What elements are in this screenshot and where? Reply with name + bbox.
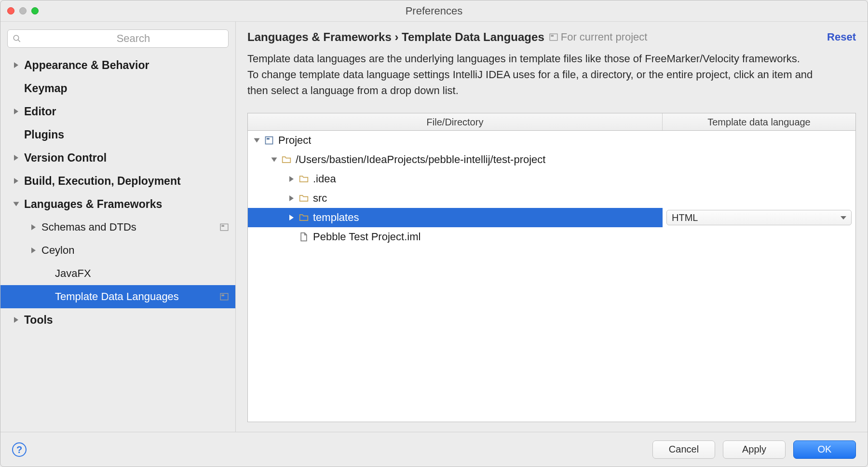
table-row[interactable]: src (248, 189, 855, 208)
footer: ? Cancel Apply OK (0, 432, 868, 467)
sidebar-item-keymap[interactable]: Keymap (0, 77, 235, 100)
main-panel: Languages & Frameworks › Template Data L… (236, 22, 868, 432)
chevron-down-icon[interactable] (14, 202, 19, 206)
language-value: HTML (672, 212, 698, 223)
sidebar-item-appearance-behavior[interactable]: Appearance & Behavior (0, 54, 235, 77)
sidebar-item-editor[interactable]: Editor (0, 100, 235, 123)
maximize-icon[interactable] (31, 7, 39, 14)
sidebar-item-schemas-and-dtds[interactable]: Schemas and DTDs (0, 216, 235, 239)
table-row[interactable]: templatesHTML (248, 208, 855, 227)
chevron-right-icon[interactable] (31, 247, 36, 253)
file-label: Project (278, 134, 311, 147)
sidebar-item-label: Version Control (24, 151, 229, 165)
cancel-button[interactable]: Cancel (652, 440, 715, 459)
chevron-right-icon[interactable] (14, 62, 18, 68)
breadcrumb-current: Template Data Languages (402, 30, 544, 43)
sidebar-item-label: Ceylon (41, 244, 229, 257)
chevron-right-icon[interactable] (289, 176, 294, 182)
table-row[interactable]: Project (248, 131, 855, 150)
svg-rect-7 (551, 35, 554, 37)
svg-rect-9 (267, 138, 270, 139)
table-row[interactable]: /Users/bastien/IdeaProjects/pebble-intel… (248, 150, 855, 169)
window-title: Preferences (0, 5, 868, 17)
sidebar-item-label: Template Data Languages (55, 290, 220, 303)
chevron-down-icon[interactable] (271, 158, 277, 162)
svg-rect-3 (221, 225, 224, 227)
table-body: Project/Users/bastien/IdeaProjects/pebbl… (248, 131, 855, 422)
svg-point-0 (14, 35, 19, 41)
sidebar-item-tools[interactable]: Tools (0, 308, 235, 331)
table-row[interactable]: .idea (248, 169, 855, 189)
chevron-right-icon[interactable] (289, 195, 294, 201)
sidebar-item-label: Languages & Frameworks (24, 198, 229, 211)
scope-label: For current project (549, 31, 648, 43)
language-dropdown[interactable]: HTML (666, 210, 852, 225)
sidebar-item-languages-frameworks[interactable]: Languages & Frameworks (0, 192, 235, 216)
svg-rect-6 (550, 34, 557, 41)
sidebar-item-template-data-languages[interactable]: Template Data Languages (0, 285, 235, 308)
chevron-right-icon[interactable] (14, 178, 18, 184)
search-icon (13, 34, 21, 43)
breadcrumb: Languages & Frameworks › Template Data L… (247, 30, 544, 44)
sidebar-item-javafx[interactable]: JavaFX (0, 262, 235, 285)
help-button[interactable]: ? (12, 442, 27, 457)
col-file-directory: File/Directory (248, 113, 663, 130)
file-icon (298, 232, 309, 242)
sidebar-item-build-execution-deployment[interactable]: Build, Execution, Deployment (0, 169, 235, 192)
project-scope-icon (220, 292, 229, 301)
chevron-down-icon (841, 216, 846, 220)
table-header: File/Directory Template data language (248, 113, 855, 131)
file-label: Pebble Test Project.iml (313, 231, 420, 243)
sidebar-item-plugins[interactable]: Plugins (0, 123, 235, 146)
project-scope-icon (220, 223, 229, 232)
file-language-table: File/Directory Template data language Pr… (247, 113, 856, 422)
traffic-lights (0, 7, 39, 14)
svg-line-1 (18, 40, 20, 42)
svg-rect-8 (266, 137, 273, 144)
search-input[interactable] (43, 32, 223, 45)
search-field[interactable] (7, 29, 229, 48)
sidebar-item-label: Plugins (24, 128, 229, 141)
settings-tree: Appearance & BehaviorKeymapEditorPlugins… (0, 54, 235, 432)
sidebar: Appearance & BehaviorKeymapEditorPlugins… (0, 22, 236, 432)
project-scope-icon (549, 33, 558, 41)
col-template-language: Template data language (663, 113, 855, 130)
minimize-icon[interactable] (19, 7, 27, 14)
description-text: Template data languages are the underlyi… (247, 51, 826, 98)
file-label: src (313, 192, 327, 205)
folder-icon (281, 155, 292, 165)
chevron-right-icon[interactable] (289, 215, 294, 220)
chevron-right-icon[interactable] (14, 155, 18, 161)
folder-icon (298, 193, 309, 203)
sidebar-item-label: JavaFX (55, 267, 229, 280)
svg-rect-5 (221, 295, 224, 296)
close-icon[interactable] (7, 7, 14, 14)
file-label: templates (313, 211, 359, 224)
chevron-right-icon[interactable] (14, 317, 18, 323)
file-label: /Users/bastien/IdeaProjects/pebble-intel… (296, 153, 545, 166)
titlebar: Preferences (0, 0, 868, 22)
sidebar-item-label: Build, Execution, Deployment (24, 175, 229, 188)
file-label: .idea (313, 173, 336, 185)
apply-button[interactable]: Apply (723, 440, 786, 459)
sidebar-item-label: Appearance & Behavior (24, 59, 229, 72)
ok-button[interactable]: OK (793, 440, 856, 459)
chevron-down-icon[interactable] (254, 138, 260, 143)
svg-rect-4 (220, 293, 228, 300)
reset-link[interactable]: Reset (827, 31, 856, 43)
table-row[interactable]: Pebble Test Project.iml (248, 227, 855, 247)
sidebar-item-label: Tools (24, 314, 229, 327)
project-icon (264, 136, 274, 145)
sidebar-item-label: Editor (24, 105, 229, 118)
sidebar-item-label: Schemas and DTDs (41, 221, 220, 234)
folder-icon (298, 174, 309, 184)
preferences-window: Preferences Appearance & BehaviorKeymapE… (0, 0, 868, 467)
main-header: Languages & Frameworks › Template Data L… (247, 30, 856, 44)
chevron-right-icon[interactable] (14, 109, 18, 114)
chevron-right-icon[interactable] (31, 224, 36, 230)
breadcrumb-parent: Languages & Frameworks (247, 30, 392, 43)
sidebar-item-version-control[interactable]: Version Control (0, 146, 235, 169)
sidebar-item-ceylon[interactable]: Ceylon (0, 239, 235, 262)
folder-icon (298, 213, 309, 222)
sidebar-item-label: Keymap (24, 82, 229, 95)
